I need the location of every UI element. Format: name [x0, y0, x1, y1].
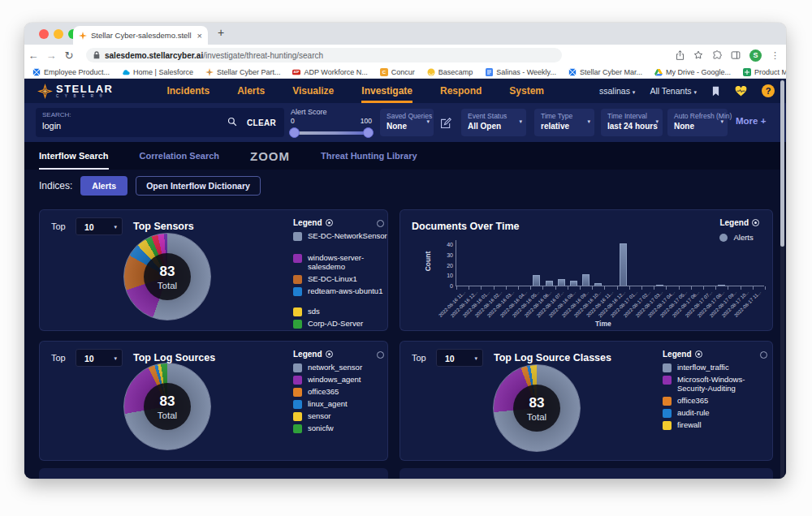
bookmark-item[interactable]: Home | Salesforce: [122, 68, 193, 76]
legend-item[interactable]: office365: [663, 396, 758, 406]
top-log-sources-donut-chart[interactable]: 83Total: [124, 363, 210, 449]
legend-item[interactable]: linux_agent: [293, 399, 388, 409]
close-tab-icon[interactable]: ×: [197, 31, 202, 41]
profile-avatar[interactable]: S: [749, 49, 762, 62]
legend-item[interactable]: SE-DC-NetworkSensor: [293, 231, 388, 241]
panel-options-icon[interactable]: [377, 220, 384, 227]
legend-item[interactable]: interflow_traffic: [663, 363, 758, 372]
minimize-window-button[interactable]: [54, 29, 63, 39]
documents-bar-chart[interactable]: 0102030402022-08-16 11...2022-08-16 12..…: [456, 240, 764, 286]
legend-item[interactable]: windows-server-salesdemo: [293, 253, 388, 272]
legend-toggle-icon[interactable]: [326, 219, 333, 226]
bar-2022-08-17-03-[interactable]: [656, 285, 663, 286]
filter-dropdown-event-status[interactable]: Event StatusAll Open▾: [461, 109, 526, 136]
bar-2022-08-16-05-[interactable]: [533, 275, 540, 286]
indices-alerts-button[interactable]: Alerts: [80, 176, 127, 196]
forward-icon[interactable]: →: [42, 49, 60, 62]
health-heart-icon[interactable]: [735, 86, 747, 97]
open-interflow-dictionary-button[interactable]: Open Interflow Dictionary: [136, 176, 261, 196]
bookmark-item[interactable]: Basecamp: [427, 68, 473, 76]
legend-item[interactable]: audit-rule: [663, 408, 758, 418]
browser-menu-icon[interactable]: ⋮: [771, 50, 780, 61]
legend-item[interactable]: redteam-aws-ubuntu1: [293, 286, 388, 296]
edit-query-icon[interactable]: [440, 118, 451, 129]
panel-options-icon[interactable]: [377, 351, 384, 359]
search-icon[interactable]: [227, 117, 237, 127]
legend-item[interactable]: network_sensor: [293, 363, 388, 372]
legend-item[interactable]: office365: [293, 387, 388, 397]
legend-item[interactable]: sds: [293, 307, 388, 316]
tab-threat-hunting-library[interactable]: Threat Hunting Library: [321, 142, 417, 170]
bookmark-item[interactable]: Product Marketing...: [743, 68, 786, 76]
bar-2022-08-17-08-[interactable]: [718, 285, 725, 286]
bookmark-item[interactable]: Stellar Cyber Part...: [205, 68, 281, 76]
saved-bookmark-icon[interactable]: [711, 86, 720, 97]
legend-label: network_sensor: [308, 363, 362, 372]
nav-item-investigate[interactable]: Investigate: [361, 79, 412, 103]
new-tab-button[interactable]: +: [218, 26, 224, 39]
legend-toggle-icon[interactable]: [326, 350, 333, 358]
back-icon[interactable]: ←: [24, 49, 42, 62]
legend-item[interactable]: Microsoft-Windows-Security-Auditing: [663, 375, 758, 393]
stellar-cyber-logo[interactable]: STELLAR C Y B E R ®: [37, 84, 113, 99]
bar-2022-08-16-09-[interactable]: [582, 274, 590, 286]
top-count-dropdown[interactable]: 10▾: [436, 349, 483, 367]
app-scrollbar-thumb[interactable]: [780, 80, 784, 247]
legend-item[interactable]: sensor: [293, 411, 388, 421]
help-button[interactable]: ?: [762, 84, 775, 97]
slider-handle-min[interactable]: [289, 127, 300, 138]
bookmark-item[interactable]: CConcur: [380, 68, 415, 76]
nav-item-system[interactable]: System: [509, 79, 544, 103]
legend-item[interactable]: firewall: [663, 420, 758, 430]
filter-dropdown-time-type[interactable]: Time Typerelative▾: [534, 109, 594, 136]
bar-2022-08-16-06-[interactable]: [546, 281, 553, 286]
legend-toggle-icon[interactable]: [752, 219, 759, 226]
filter-dropdown-time-interval[interactable]: Time Intervallast 24 hours▾: [601, 109, 663, 136]
top-count-dropdown[interactable]: 10▾: [76, 349, 123, 367]
legend-item[interactable]: SE-DC-Linux1: [293, 274, 388, 284]
legend-item[interactable]: Corp-AD-Server: [293, 319, 388, 329]
tab-zoom[interactable]: ZOOM: [250, 142, 290, 170]
reload-icon[interactable]: ↻: [60, 49, 78, 62]
legend-toggle-icon[interactable]: [695, 350, 702, 358]
address-bar[interactable]: salesdemo.stellarcyber.ai/investigate/th…: [86, 48, 562, 62]
nav-item-incidents[interactable]: Incidents: [166, 79, 209, 103]
user-dropdown[interactable]: ssalinas ▾: [599, 86, 635, 96]
bar-2022-08-16-08-[interactable]: [570, 281, 577, 286]
browser-tab[interactable]: Stellar Cyber-salesdemo.stell ×: [73, 26, 208, 45]
star-icon[interactable]: [693, 50, 703, 60]
tenant-dropdown[interactable]: All Tenants ▾: [650, 86, 697, 96]
top-sensors-donut-chart[interactable]: 83Total: [124, 234, 210, 320]
panel-options-icon[interactable]: [760, 351, 767, 359]
legend-swatch: [293, 254, 302, 263]
bookmark-item[interactable]: My Drive - Google...: [654, 68, 731, 76]
sidebar-icon[interactable]: [731, 50, 741, 60]
bookmark-item[interactable]: Employee Product...: [32, 68, 110, 76]
share-icon[interactable]: [676, 50, 685, 60]
legend-item[interactable]: windows_agent: [293, 375, 388, 385]
bookmark-item[interactable]: Salinas - Weekly...: [485, 68, 556, 76]
extensions-puzzle-icon[interactable]: [712, 50, 722, 60]
filter-dropdown-saved-queries[interactable]: Saved QueriesNone▾: [380, 109, 434, 136]
top-count-dropdown[interactable]: 10▾: [76, 217, 123, 235]
slider-handle-max[interactable]: [363, 127, 374, 138]
bar-2022-08-16-10-[interactable]: [594, 283, 602, 286]
nav-item-respond[interactable]: Respond: [440, 79, 482, 103]
close-window-button[interactable]: [39, 29, 49, 39]
legend-item[interactable]: sonicfw: [293, 424, 388, 433]
tab-correlation-search[interactable]: Correlation Search: [140, 142, 219, 170]
top-log-source-classes-donut-chart[interactable]: 83Total: [494, 365, 580, 451]
more-filters-button[interactable]: More +: [736, 116, 766, 126]
tab-interflow-search[interactable]: Interflow Search: [39, 142, 109, 170]
bookmark-item[interactable]: ADPADP Workforce N...: [292, 68, 367, 76]
search-input[interactable]: SEARCH: login CLEAR: [36, 108, 284, 137]
nav-item-alerts[interactable]: Alerts: [237, 79, 265, 103]
nav-item-visualize[interactable]: Visualize: [292, 79, 334, 103]
legend-swatch: [293, 363, 302, 372]
slider-track[interactable]: [292, 131, 370, 135]
clear-search-button[interactable]: CLEAR: [247, 118, 276, 127]
bar-2022-08-16-07-[interactable]: [558, 279, 565, 286]
bookmark-item[interactable]: Stellar Cyber Mar...: [568, 68, 642, 76]
bar-2022-08-16-12-[interactable]: [620, 243, 627, 286]
filter-dropdown-auto-refresh-min-[interactable]: Auto Refresh (Min)None▾: [667, 109, 728, 136]
